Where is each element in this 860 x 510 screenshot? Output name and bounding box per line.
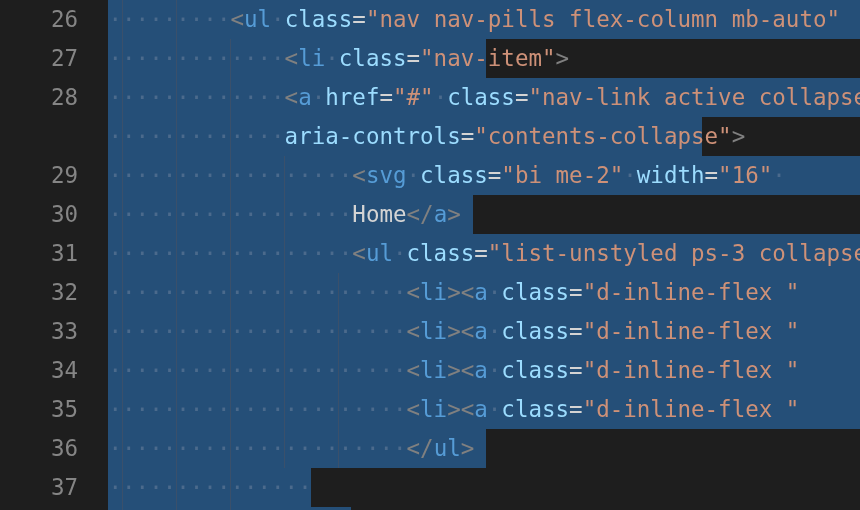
token-str: "nav-item" xyxy=(420,45,555,71)
code-line[interactable]: ····················<ul·class="nav nav-p… xyxy=(108,0,860,39)
whitespace-indicator: ································· xyxy=(108,357,407,383)
token-tag: svg xyxy=(366,162,407,188)
token-plain: Home xyxy=(352,201,406,227)
code-line[interactable]: ·································<li><a·… xyxy=(108,273,860,312)
token-ws: · xyxy=(488,357,502,383)
code-line[interactable]: ························aria-controls="c… xyxy=(108,117,860,156)
token-eq: = xyxy=(461,123,475,149)
token-tag: ul xyxy=(434,435,461,461)
code-line-text: ·································</ul> xyxy=(108,435,474,461)
token-attr: class xyxy=(501,279,569,305)
token-pun: < xyxy=(407,279,421,305)
whitespace-indicator: ···················· xyxy=(108,6,230,32)
token-str: "d-inline-flex " xyxy=(583,396,800,422)
token-attr: class xyxy=(407,240,475,266)
line-number: 36 xyxy=(0,429,78,468)
token-eq: = xyxy=(407,45,421,71)
token-tag: a xyxy=(434,201,448,227)
line-number: 31 xyxy=(0,234,78,273)
token-tag: li xyxy=(298,45,325,71)
whitespace-indicator: ························ xyxy=(108,123,285,149)
token-tag: li xyxy=(420,396,447,422)
token-eq: = xyxy=(379,84,393,110)
token-str: "d-inline-flex " xyxy=(583,318,800,344)
line-number: 32 xyxy=(0,273,78,312)
token-tag: li xyxy=(420,318,447,344)
token-tag: ul xyxy=(366,240,393,266)
token-str: "16" xyxy=(718,162,772,188)
token-str: "nav nav-pills flex-column mb-auto" xyxy=(366,6,840,32)
token-str: "contents-collapse" xyxy=(474,123,731,149)
token-tag: li xyxy=(420,279,447,305)
code-viewport[interactable]: ····················<ul·class="nav nav-p… xyxy=(108,0,860,510)
token-str: "#" xyxy=(393,84,434,110)
code-line-text: ·································<li><a·… xyxy=(108,318,799,344)
token-attr: class xyxy=(285,6,353,32)
code-line[interactable]: ·································</ul> xyxy=(108,429,860,468)
code-line-text: ·····························<ul·class="… xyxy=(108,240,860,266)
code-line[interactable]: ·································<li><a·… xyxy=(108,351,860,390)
token-tag: a xyxy=(474,396,488,422)
token-attr: class xyxy=(501,357,569,383)
code-content[interactable]: ····················<ul·class="nav nav-p… xyxy=(108,0,860,510)
line-number xyxy=(0,117,78,156)
code-line-text: ·································<li><a·… xyxy=(108,279,799,305)
token-ws: · xyxy=(488,279,502,305)
token-eq: = xyxy=(569,396,583,422)
token-pun: < xyxy=(230,6,244,32)
token-pun: > xyxy=(447,201,461,227)
code-line[interactable]: ························<li·class="nav-i… xyxy=(108,39,860,78)
token-attr: class xyxy=(339,45,407,71)
line-number-gutter: 26272829303132333435363738 xyxy=(0,0,108,510)
code-line[interactable]: ·························· xyxy=(108,468,860,507)
line-number: 29 xyxy=(0,156,78,195)
token-eq: = xyxy=(569,357,583,383)
code-line-text: ····················<ul·class="nav nav-p… xyxy=(108,6,840,32)
token-pun: < xyxy=(285,84,299,110)
code-line[interactable]: ·····························Home</a> xyxy=(108,195,860,234)
token-attr: href xyxy=(325,84,379,110)
token-pun: </ xyxy=(407,201,434,227)
code-line-text: ························aria-controls="c… xyxy=(108,123,745,149)
code-line[interactable]: ·····························<svg·class=… xyxy=(108,156,860,195)
token-tag: ul xyxy=(244,6,271,32)
whitespace-indicator: ································· xyxy=(108,279,407,305)
line-number: 37 xyxy=(0,468,78,507)
token-str: "d-inline-flex " xyxy=(583,357,800,383)
whitespace-indicator: ····························· xyxy=(108,240,352,266)
token-ws: · xyxy=(488,396,502,422)
whitespace-indicator: ························ xyxy=(108,45,285,71)
line-number: 34 xyxy=(0,351,78,390)
token-str: "list-unstyled ps-3 collapse" xyxy=(488,240,860,266)
token-pun: >< xyxy=(447,318,474,344)
whitespace-indicator: ····························· xyxy=(108,162,352,188)
token-pun: < xyxy=(407,318,421,344)
code-line[interactable]: ························<a·href="#"·clas… xyxy=(108,78,860,117)
code-line-text: ·································<li><a·… xyxy=(108,357,799,383)
token-ws: · xyxy=(312,84,326,110)
code-line-text: ························<li·class="nav-i… xyxy=(108,45,569,71)
token-ws: · xyxy=(407,162,421,188)
line-number: 27 xyxy=(0,39,78,78)
token-eq: = xyxy=(569,279,583,305)
code-line[interactable]: ·································<li><a·… xyxy=(108,390,860,429)
code-line[interactable]: ·····························<ul·class="… xyxy=(108,234,860,273)
token-ws: · xyxy=(488,318,502,344)
code-line-text: ·································<li><a·… xyxy=(108,396,799,422)
code-line[interactable]: ·································<li><a·… xyxy=(108,312,860,351)
token-pun: > xyxy=(556,45,570,71)
token-tag: a xyxy=(474,357,488,383)
token-ws: · xyxy=(434,84,448,110)
code-editor[interactable]: 26272829303132333435363738 ·············… xyxy=(0,0,860,510)
token-tag: a xyxy=(474,279,488,305)
token-pun: >< xyxy=(447,279,474,305)
token-eq: = xyxy=(515,84,529,110)
token-pun: > xyxy=(732,123,746,149)
code-line-text: ·····························Home</a> xyxy=(108,201,461,227)
whitespace-indicator: ····························· xyxy=(108,201,352,227)
line-number: 33 xyxy=(0,312,78,351)
line-number: 26 xyxy=(0,0,78,39)
token-attr: class xyxy=(501,396,569,422)
code-line-text: ·························· xyxy=(108,474,312,500)
token-attr: class xyxy=(447,84,515,110)
